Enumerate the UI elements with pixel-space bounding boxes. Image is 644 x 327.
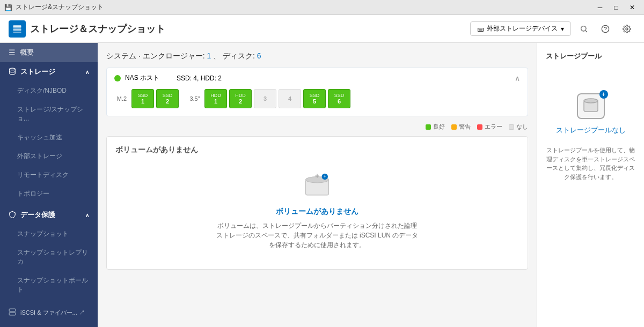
sidebar-item-storage[interactable]: ストレージ ∧ (0, 62, 98, 81)
sidebar-label-snapshot-vault: スナップショットボールト (17, 276, 89, 294)
external-storage-button[interactable]: 🖴 外部ストレージデバイス ▾ (470, 21, 571, 36)
disk-row: M.2 SSD 1 SSD 2 (114, 87, 520, 110)
hdd-icon: 🖴 (477, 25, 484, 33)
sidebar-item-disk-njbod[interactable]: ディスク/NJBOD (0, 81, 98, 100)
sidebar-label-storage-snapshot: ストレージ/スナップショ... (17, 105, 89, 123)
titlebar-label: 💾 ストレージ&スナップショット (4, 3, 104, 12)
app-container: ストレージ＆スナップショット 🖴 外部ストレージデバイス ▾ ☰ (0, 15, 644, 327)
sidebar-label-cache: キャッシュ加速 (17, 133, 62, 142)
no-volume-panel: ボリュームがありません + (106, 136, 528, 270)
disk-slot-ssd5[interactable]: SSD 5 (303, 89, 326, 108)
no-volume-description: ボリュームは、ストレージプールからパーティション分けされた論理ストレージのスペー… (215, 221, 419, 250)
legend-warning-label: 警告 (459, 123, 471, 131)
disk-slot-empty4[interactable]: 4 (279, 89, 301, 108)
pool-add-badge: + (599, 90, 608, 99)
svg-rect-9 (9, 309, 16, 311)
nas-status-dot (114, 75, 121, 81)
sidebar-label-external: 外部ストレージ (17, 152, 62, 161)
nas-label: NAS ホスト (125, 73, 159, 83)
legend-warning-dot (451, 124, 457, 130)
svg-text:+: + (324, 174, 326, 179)
disk-slot-ssd1[interactable]: SSD 1 (131, 89, 154, 108)
header-actions: 🖴 外部ストレージデバイス ▾ (470, 20, 635, 38)
system-title-text: システム (106, 51, 136, 60)
sidebar-item-remote-disk[interactable]: リモートディスク (0, 166, 98, 184)
legend-none: なし (509, 123, 528, 131)
disk-slot-hdd1[interactable]: HDD 1 (204, 89, 227, 108)
sidebar: ☰ 概要 ストレージ ∧ ディスク/NJBOD ストレージ/スナップショ... … (0, 43, 98, 327)
search-button[interactable] (575, 20, 592, 38)
legend-error-label: エラー (485, 123, 502, 131)
sidebar-item-snapshot-replica[interactable]: スナップショットレプリカ (0, 243, 98, 271)
svg-rect-2 (13, 32, 21, 33)
sidebar-item-overview[interactable]: ☰ 概要 (0, 43, 98, 62)
nas-collapse-button[interactable]: ∧ (515, 74, 520, 83)
no-pool-label[interactable]: ストレージプールなし (556, 125, 626, 135)
main-layout: ☰ 概要 ストレージ ∧ ディスク/NJBOD ストレージ/スナップショ... … (0, 43, 644, 327)
main-panel: システム · エンクロージャー: 1 、 ディスク: 6 NAS ホスト (98, 43, 537, 327)
no-volume-content: + ボリュームがありません ボリュームは、ストレージプールからパーティション分け… (115, 161, 519, 261)
sidebar-item-iscsi[interactable]: iSCSI & ファイバー... ↗ (0, 303, 98, 322)
svg-point-3 (581, 26, 586, 31)
window-controls: ─ □ ✕ (592, 2, 640, 13)
storage-pool-panel: ストレージプール + ストレージプールなし (537, 43, 644, 327)
legend-good: 良好 (426, 123, 445, 131)
legend-none-dot (509, 124, 514, 130)
svg-point-7 (626, 28, 628, 30)
maximize-button[interactable]: □ (609, 2, 624, 13)
svg-rect-10 (9, 313, 16, 315)
sidebar-item-cache[interactable]: キャッシュ加速 (0, 128, 98, 147)
legend-none-label: なし (516, 123, 528, 131)
data-protection-icon (9, 211, 16, 220)
sidebar-label-topology: トポロジー (17, 189, 49, 198)
iscsi-icon (9, 308, 16, 317)
legend-error: エラー (477, 123, 502, 131)
app-icon-small: 💾 (4, 4, 12, 11)
svg-rect-1 (13, 28, 21, 31)
sidebar-item-external[interactable]: 外部ストレージ (0, 147, 98, 166)
nas-box: NAS ホスト SSD: 4, HDD: 2 ∧ M.2 SSD 1 (106, 68, 528, 116)
app-title-icon (9, 20, 26, 38)
sidebar-item-snapshot-vault[interactable]: スナップショットボールト (0, 271, 98, 299)
enclosure-count: 1 (207, 51, 211, 60)
app-header: ストレージ＆スナップショット 🖴 外部ストレージデバイス ▾ (0, 15, 644, 43)
sidebar-label-data-protection: データ保護 (20, 210, 55, 220)
disk-slot-ssd6[interactable]: SSD 6 (328, 89, 350, 108)
sidebar-item-storage-snapshot[interactable]: ストレージ/スナップショ... (0, 100, 98, 128)
help-button[interactable] (597, 20, 614, 38)
disk-slot-hdd2[interactable]: HDD 2 (229, 89, 252, 108)
sidebar-item-snapshot[interactable]: スナップショット (0, 225, 98, 243)
sidebar-item-hybridmount[interactable]: HybridMount ↗ (0, 322, 98, 327)
sidebar-label-disk: ディスク/NJBOD (17, 86, 67, 95)
disk-slot-ssd2[interactable]: SSD 2 (156, 89, 179, 108)
nas-header-left: NAS ホスト SSD: 4, HDD: 2 (114, 73, 222, 83)
disk-slot-empty3[interactable]: 3 (254, 89, 276, 108)
system-title-separator: · (138, 51, 143, 60)
35-label: 3.5" (187, 95, 202, 102)
sidebar-label-snapshot: スナップショット (17, 229, 69, 239)
close-button[interactable]: ✕ (625, 2, 640, 13)
nas-header: NAS ホスト SSD: 4, HDD: 2 ∧ (114, 73, 520, 83)
m2-label: M.2 (114, 95, 129, 102)
minimize-button[interactable]: ─ (592, 2, 608, 13)
sidebar-label-overview: 概要 (20, 48, 34, 57)
titlebar-title: ストレージ&スナップショット (16, 3, 104, 12)
overview-icon: ☰ (9, 48, 16, 57)
settings-button[interactable] (618, 20, 635, 38)
disk-legend: 良好 警告 エラー なし (106, 123, 528, 131)
storage-icon (9, 68, 16, 77)
storage-expand-icon: ∧ (85, 69, 89, 75)
enclosure-label: エンクロージャー: (143, 51, 205, 60)
pool-icon-area: + ストレージプールなし ストレージプールを使用して、物理ディスクを単一ストレー… (546, 93, 635, 181)
content-inner: システム · エンクロージャー: 1 、 ディスク: 6 NAS ホスト (98, 43, 644, 327)
legend-good-dot (426, 124, 431, 130)
no-volume-link[interactable]: ボリュームがありません (276, 207, 358, 217)
legend-warning: 警告 (451, 123, 471, 131)
content-area: システム · エンクロージャー: 1 、 ディスク: 6 NAS ホスト (98, 43, 644, 327)
pool-icon: + (577, 93, 605, 119)
sidebar-label-snapshot-replica: スナップショットレプリカ (17, 248, 89, 266)
sidebar-item-topology[interactable]: トポロジー (0, 184, 98, 203)
sidebar-item-data-protection[interactable]: データ保護 ∧ (0, 205, 98, 225)
disk-count: 6 (257, 51, 261, 60)
external-storage-label: 外部ストレージデバイス (487, 24, 558, 33)
